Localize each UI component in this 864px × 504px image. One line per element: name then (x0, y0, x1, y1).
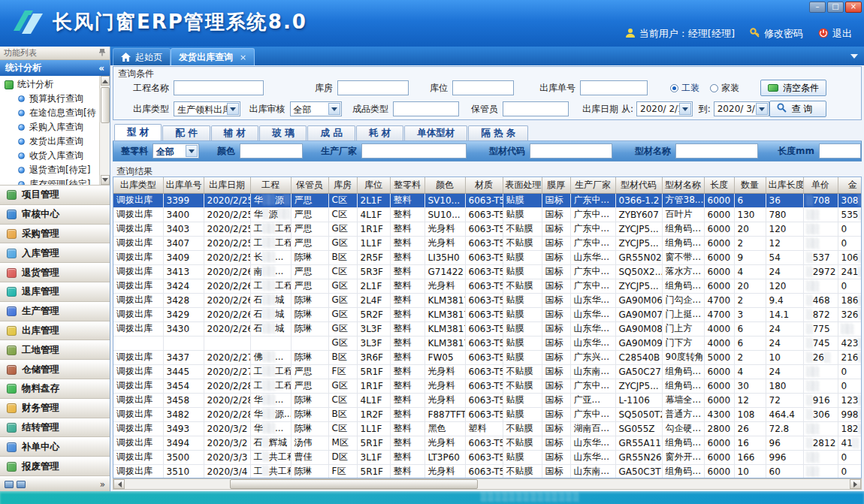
scrollbar-thumb[interactable] (230, 479, 478, 489)
column-header[interactable]: 膜厚 (542, 177, 570, 193)
sidebar-menu-item[interactable]: 工地管理 (0, 340, 110, 360)
sidebar-menu-item[interactable]: 补单中心 (0, 437, 110, 457)
material-tab[interactable]: 单体型材 (404, 125, 467, 140)
scrollbar-thumb[interactable] (101, 87, 110, 123)
project-name-input[interactable] (174, 80, 264, 95)
logout-button[interactable]: 退出 (818, 27, 852, 41)
chevron-down-icon[interactable] (227, 103, 239, 115)
table-row[interactable]: 调拨出库34932020/3/2华░░...陈琳C区1L1F整料黑色塑料不贴膜国… (113, 421, 862, 436)
column-header[interactable]: 出库类型 (113, 177, 163, 193)
column-header[interactable]: 数量 (734, 177, 766, 193)
table-row[interactable]: 调拨出库34822020/2/28华░░源...陈琳B区1R2F整料F887TF… (113, 407, 862, 421)
tree-item[interactable]: 退货查询[待定] (0, 163, 110, 177)
chevron-down-icon[interactable] (679, 103, 691, 115)
slot-input[interactable] (452, 80, 514, 95)
pin-icon[interactable] (98, 48, 106, 59)
table-row[interactable]: 调拨出库35002020/3/3工░共工程曹佳D区3L1F整料LT3P60606… (113, 450, 862, 464)
material-tab[interactable]: 耗 材 (356, 125, 403, 140)
sidebar-menu-item[interactable]: 项目管理 (0, 186, 110, 205)
panel-icon[interactable] (5, 481, 14, 488)
column-header[interactable]: 库位 (357, 177, 390, 193)
tab-home[interactable]: 起始页 (113, 48, 171, 65)
chevron-down-icon[interactable] (328, 103, 340, 115)
table-row[interactable]: 调拨出库34372020/2/27佛░░...陈琳B区3R6F整料FW05606… (113, 350, 862, 364)
sidebar-menu-item[interactable]: 仓储管理 (0, 360, 110, 379)
column-header[interactable]: 生产厂家 (570, 177, 615, 193)
sidebar-menu-item[interactable]: 审核中心 (0, 205, 110, 225)
column-header[interactable]: 颜色 (424, 177, 465, 193)
sidebar-menu-item[interactable]: 生产管理 (0, 302, 110, 321)
clear-conditions-button[interactable]: 清空条件 (760, 80, 826, 96)
sidebar-menu-item[interactable]: 财务管理 (0, 399, 110, 418)
tree-scrollbar[interactable] (99, 76, 110, 185)
column-header[interactable]: 长度 (704, 177, 734, 193)
whole-part-select[interactable]: 全部 (153, 143, 199, 158)
collapse-icon[interactable]: « (98, 63, 104, 74)
minimize-button[interactable]: – (809, 2, 826, 13)
scroll-down-icon[interactable] (101, 175, 110, 185)
table-row[interactable]: 调拨出库34032020/2/25工░░工程严思G区1R1F整料光身料6063-… (113, 222, 862, 236)
table-row[interactable]: 调拨出库34302020/2/26石░░城陈琳G区3L3F整料KLM381760… (113, 321, 862, 336)
color-input[interactable] (240, 143, 303, 158)
tree-item[interactable]: 预算执行查询 (0, 92, 110, 106)
table-row[interactable]: 调拨出库34582020/2/28华░░...陈琳C区4L1F整料光身料6063… (113, 393, 862, 407)
horizontal-scrollbar[interactable] (113, 478, 862, 490)
sidebar-menu-item[interactable]: 采购管理 (0, 225, 110, 244)
outbound-audit-select[interactable]: 全部 (290, 101, 342, 116)
sidebar-menu-item[interactable]: 报废管理 (0, 457, 110, 476)
outbound-type-select[interactable]: 生产领料出库 (174, 101, 240, 116)
column-header[interactable]: 出库日期 (204, 177, 250, 193)
tree-root-statistics[interactable]: 统计分析 (0, 77, 110, 92)
table-row[interactable]: 调拨出库34542020/2/28工░░工程严思G区1R1F整料光身料6063-… (113, 379, 862, 393)
table-row[interactable]: 调拨出库34132020/2/26南░░...严思C区5R3F整料G714226… (113, 264, 862, 279)
material-tab[interactable]: 配 件 (162, 125, 210, 140)
table-row[interactable]: 调拨出库34452020/2/27工░░工程严思F区5R1F整料光身料6063-… (113, 364, 862, 379)
warehouse-input[interactable] (337, 80, 409, 95)
profile-name-input[interactable] (675, 143, 758, 158)
profile-code-input[interactable] (530, 143, 612, 158)
column-header[interactable]: 材质 (465, 177, 503, 193)
product-type-input[interactable] (393, 101, 459, 116)
table-row[interactable]: G区3L3F整料KLM38176063-T5贴膜国标山东华...GA90M09.… (113, 336, 862, 350)
tab-close-icon[interactable]: × (240, 53, 246, 62)
column-header[interactable]: 型材名称 (662, 177, 704, 193)
column-header[interactable]: 型材代码 (615, 177, 662, 193)
sidebar-group-header[interactable]: 统计分析 « (0, 60, 110, 76)
column-header[interactable]: 表面处理 (503, 177, 542, 193)
tree-item[interactable]: 发货出库查询 (0, 134, 110, 149)
date-to-picker[interactable]: 2020/ 3/16 (714, 101, 770, 116)
column-header[interactable]: 整零料 (390, 177, 424, 193)
order-no-input[interactable] (580, 80, 648, 95)
scroll-left-icon[interactable] (113, 479, 125, 489)
sidebar-menu-item[interactable]: 出库管理 (0, 321, 110, 341)
tree-item[interactable]: 在途信息查询[待 (0, 106, 110, 120)
material-tab[interactable]: 成 品 (307, 125, 355, 140)
length-input[interactable] (819, 143, 861, 158)
chevron-down-icon[interactable] (756, 103, 768, 115)
close-button[interactable]: × (845, 2, 862, 13)
material-tab[interactable]: 型 材 (114, 124, 162, 140)
date-from-picker[interactable]: 2020/ 2/16 (636, 101, 693, 116)
material-tab[interactable]: 辅 材 (211, 125, 258, 140)
scroll-up-icon[interactable] (101, 76, 110, 86)
sidebar-menu-item[interactable]: 入库管理 (0, 243, 110, 263)
column-header[interactable]: 金 (838, 177, 862, 193)
maximize-button[interactable]: □ (827, 2, 844, 13)
table-row[interactable]: 调拨出库35102020/3/4工░共工程陈琳F区5R1F整料光身料6063-T… (113, 464, 862, 478)
radio-jiazhuang[interactable] (710, 84, 718, 92)
material-tab[interactable]: 隔 热 条 (468, 125, 528, 140)
tab-overflow-icon[interactable] (850, 54, 858, 62)
table-row[interactable]: 调拨出库34002020/2/25华░源░░严思C区4L1F整料SU10...6… (113, 207, 862, 222)
tab-shipment-outbound-query[interactable]: 发货出库查询 × (171, 48, 255, 65)
radio-jiazhuang-label[interactable]: 家装 (721, 82, 739, 95)
column-header[interactable]: 出库单号 (163, 177, 204, 193)
more-panels-icon[interactable]: » (100, 479, 105, 490)
table-row[interactable]: 调拨出库34292020/2/26石░░城陈琳G区5R2F整料KLM381760… (113, 307, 862, 321)
keeper-input[interactable] (503, 101, 569, 116)
table-row[interactable]: 调拨出库34092020/2/25长░░...陈琳B区2R5F整料LI35H06… (113, 250, 862, 264)
change-password-link[interactable]: 修改密码 (750, 27, 803, 41)
tree-item[interactable]: 采购入库查询 (0, 120, 110, 134)
manufacturer-input[interactable] (361, 143, 467, 158)
search-button[interactable]: 查 询 (769, 101, 826, 117)
scroll-right-icon[interactable] (850, 479, 861, 489)
